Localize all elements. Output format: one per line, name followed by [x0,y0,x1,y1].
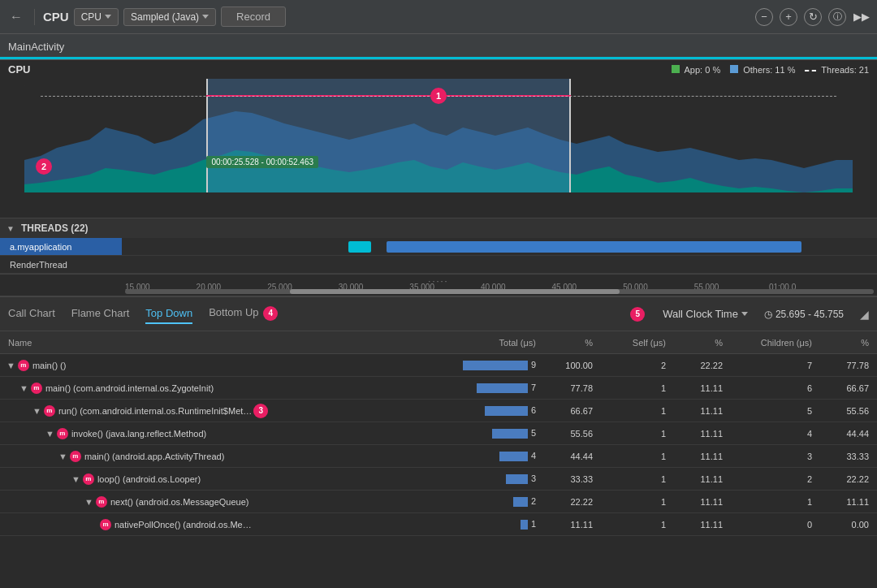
children-cell-7: 0 [728,520,817,530]
wall-clock-dropdown[interactable]: Wall Clock Time [663,308,748,320]
record-button[interactable]: Record [221,6,286,27]
self-cell-4: 1 [598,452,671,461]
bar-vis-6 [513,497,528,507]
col-children-pct: % [817,338,874,348]
total-cell-5: 3 [443,473,541,484]
timeline-scrollbar[interactable] [125,289,874,294]
drag-handle[interactable]: ····· [428,276,448,286]
children-cell-3: 4 [728,429,817,439]
thread-row-2: RenderThread [0,256,877,274]
expand-arrow-6[interactable]: ▼ [84,497,93,507]
toolbar: ← CPU CPU Sampled (Java) Record − + ↻ ⓘ … [0,0,877,34]
reset-icon[interactable]: ↻ [804,8,822,26]
cpu-header: CPU App: 0 % Others: 11 % Threads: 21 [0,60,877,79]
threads-legend-dash [805,70,816,71]
expand-arrow-0[interactable]: ▼ [6,361,15,370]
threads-header[interactable]: ▼ THREADS (22) [0,218,877,238]
tab-bottom-up[interactable]: Bottom Up 4 [209,303,279,326]
col-total: Total (μs) [443,338,541,348]
zoom-in-icon[interactable]: + [780,8,797,26]
chevron-down-icon [105,15,111,19]
expand-arrow-5[interactable]: ▼ [71,474,80,484]
method-text-1: main() (com.android.internal.os.ZygoteIn… [45,383,214,393]
total-pct-6: 22.22 [541,497,598,507]
table-row[interactable]: ▼ m main() (android.app.ActivityThread) … [0,445,877,468]
self-cell-1: 1 [598,383,671,393]
table-row[interactable]: ▼ m run() (com.android.internal.os.Runti… [0,400,877,422]
method-text-6: next() (android.os.MessageQueue) [110,497,249,507]
table-row[interactable]: ▼ m next() (android.os.MessageQueue) 2 2… [0,491,877,513]
method-name-0: ▼ m main() () [3,360,443,371]
table-row[interactable]: ▼ m loop() (android.os.Looper) 3 33.33 1… [0,468,877,491]
cpu-chart-area[interactable]: 100 % 50 25 20 15 10 5 1 00:00:25.528 - … [24,79,853,192]
self-cell-2: 1 [598,406,671,416]
thread-activity-1 [348,241,371,253]
separator [34,9,35,25]
time-tooltip: 00:00:25.528 - 00:00:52.463 [206,156,318,168]
self-cell-7: 1 [598,520,671,530]
cpu-dropdown[interactable]: CPU [74,8,119,26]
chevron-down-icon [741,312,748,316]
method-name-3: ▼ m invoke() (java.lang.reflect.Method) [3,428,443,439]
table-header: Name Total (μs) % Self (μs) % Children (… [0,331,877,354]
clock-range-value: 25.695 - 45.755 [775,309,844,320]
collapse-icon: ▼ [6,224,15,233]
tab-call-chart[interactable]: Call Chart [8,304,55,324]
badge-1: 1 [430,88,447,104]
clock-range: ◷ 25.695 - 45.755 [764,309,844,320]
thread-bar-1 [122,238,877,255]
expand-arrow-2[interactable]: ▼ [32,406,41,416]
table-row[interactable]: ▼ m main() (com.android.internal.os.Zygo… [0,377,877,400]
self-cell-0: 2 [598,361,671,370]
threads-section: ▼ THREADS (22) a.myapplication RenderThr… [0,218,877,275]
method-name-4: ▼ m main() (android.app.ActivityThread) [3,451,443,462]
cpu-legend: App: 0 % Others: 11 % Threads: 21 [672,65,869,75]
table-body: ▼ m main() () 9 100.00 2 22.22 7 77.78 ▼… [0,354,877,536]
col-self: Self (μs) [598,338,671,348]
method-text-4: main() (android.app.ActivityThread) [84,452,224,461]
badge-2: 2 [36,158,52,175]
info-icon[interactable]: ⓘ [828,8,846,26]
children-pct-1: 66.67 [817,383,874,393]
cpu-section: CPU App: 0 % Others: 11 % Threads: 21 10… [0,60,877,218]
col-name: Name [3,338,443,348]
teal-bar [0,57,877,59]
skip-end-icon[interactable]: ▶▶ [853,8,871,26]
table-row[interactable]: m nativePollOnce() (android.os.Me… 1 11.… [0,513,877,536]
bar-vis-5 [506,474,527,484]
badge-3: 3 [253,404,268,418]
table-row[interactable]: ▼ m main() () 9 100.00 2 22.22 7 77.78 [0,354,877,377]
zoom-out-icon[interactable]: − [755,8,773,26]
children-cell-4: 3 [728,452,817,461]
tab-top-down[interactable]: Top Down [145,304,192,324]
legend-others: Others: 11 % [730,65,795,75]
sampled-dropdown[interactable]: Sampled (Java) [123,8,216,26]
self-cell-3: 1 [598,429,671,439]
clock-icon: ◷ [764,309,772,320]
total-cell-6: 2 [443,496,541,507]
total-pct-7: 11.11 [541,520,598,530]
back-button[interactable]: ← [6,6,26,28]
children-cell-1: 6 [728,383,817,393]
expand-arrow-4[interactable]: ▼ [58,452,67,461]
total-cell-7: 1 [443,519,541,530]
cpu-title: CPU [8,63,30,76]
method-badge-1: m [31,383,42,394]
method-name-2: ▼ m run() (com.android.internal.os.Runti… [3,404,443,418]
total-pct-5: 33.33 [541,474,598,484]
self-pct-0: 22.22 [671,361,728,370]
method-text-7: nativePollOnce() (android.os.Me… [114,520,252,530]
expand-arrow-1[interactable]: ▼ [19,383,28,393]
bar-vis-0 [463,361,528,370]
expand-arrow-3[interactable]: ▼ [45,429,54,439]
scrollbar-thumb[interactable] [290,289,620,294]
table-row[interactable]: ▼ m invoke() (java.lang.reflect.Method) … [0,422,877,445]
thread-bar-2 [122,256,877,273]
tab-flame-chart[interactable]: Flame Chart [71,304,130,324]
threads-label: THREADS (22) [21,223,89,234]
filter-icon[interactable]: ◢ [860,308,869,321]
method-name-1: ▼ m main() (com.android.internal.os.Zygo… [3,383,443,394]
timeline-row[interactable]: 15.000 20.000 25.000 30.000 35.000 40.00… [0,275,877,297]
total-pct-4: 44.44 [541,452,598,461]
method-text-3: invoke() (java.lang.reflect.Method) [71,429,206,439]
